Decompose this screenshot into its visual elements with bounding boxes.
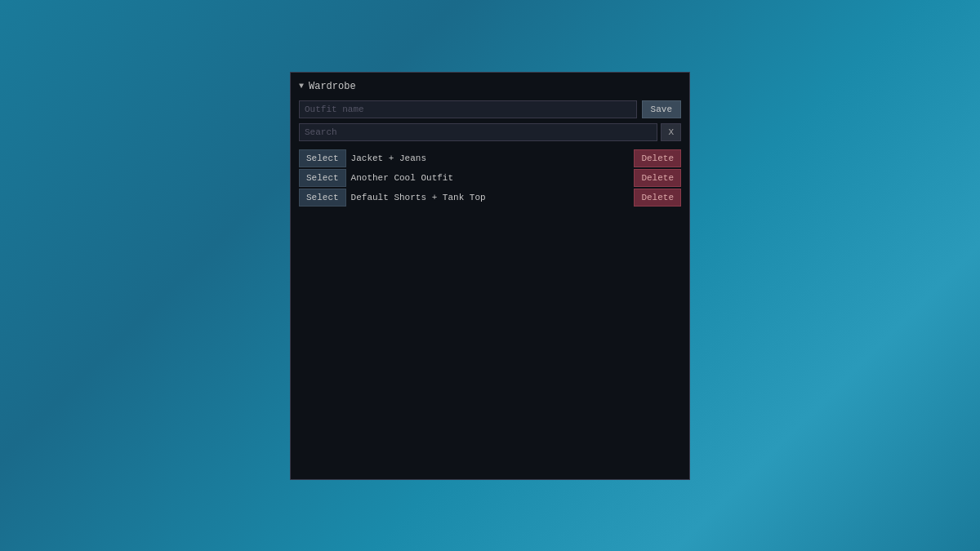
clear-search-button[interactable]: X — [661, 123, 681, 141]
outfit-row: SelectJacket + JeansDelete — [299, 149, 681, 167]
outfit-name-1: Another Cool Outfit — [351, 173, 630, 183]
outfit-name-row: Save — [299, 100, 681, 118]
panel-title: Wardrobe — [309, 81, 356, 92]
outfit-name-2: Default Shorts + Tank Top — [351, 193, 630, 202]
wardrobe-collapse-icon: ▼ — [299, 82, 304, 91]
outfit-list: SelectJacket + JeansDeleteSelectAnother … — [299, 149, 681, 207]
search-row: X — [299, 123, 681, 141]
search-input[interactable] — [299, 123, 657, 141]
save-button[interactable]: Save — [642, 100, 681, 118]
delete-outfit-button-2[interactable]: Delete — [634, 189, 681, 207]
outfit-name-input[interactable] — [299, 100, 637, 118]
outfit-name-0: Jacket + Jeans — [351, 153, 630, 163]
outfit-list-area: SelectJacket + JeansDeleteSelectAnother … — [299, 149, 681, 435]
delete-outfit-button-0[interactable]: Delete — [634, 149, 681, 167]
outfit-row: SelectDefault Shorts + Tank TopDelete — [299, 189, 681, 207]
wardrobe-panel: ▼ Wardrobe Save X SelectJacket + JeansDe… — [290, 72, 690, 480]
select-outfit-button-0[interactable]: Select — [299, 149, 346, 167]
outfit-row: SelectAnother Cool OutfitDelete — [299, 169, 681, 187]
select-outfit-button-1[interactable]: Select — [299, 169, 346, 187]
panel-title-bar: ▼ Wardrobe — [299, 81, 681, 92]
delete-outfit-button-1[interactable]: Delete — [634, 169, 681, 187]
select-outfit-button-2[interactable]: Select — [299, 189, 346, 207]
